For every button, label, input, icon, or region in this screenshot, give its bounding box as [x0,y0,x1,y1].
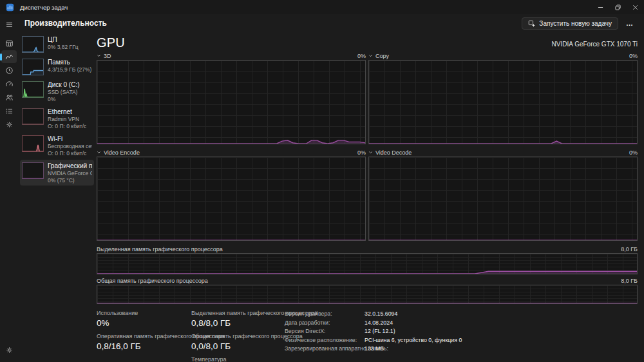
ethernet-title: Ethernet [48,108,86,116]
startup-apps-icon [5,80,14,88]
usage-stat-label-2: Оперативная память графического процессо… [97,333,191,340]
detail-label-1: Версия драйвера: [285,310,365,317]
nav-items [1,37,17,131]
gpu-mini-chart-plot [23,163,43,178]
stats-column-usage: Использование0%Оперативная память графич… [97,310,191,362]
engine-label-row-copy: Copy0% [368,52,638,60]
restore-icon [615,5,621,10]
sidebar-item-disk[interactable]: Диск 0 (C:)SSD (SATA)0% [20,79,94,104]
page-title: Производительность [24,19,107,28]
engine-label-row-3d: 3D0% [97,52,366,60]
detail-label-2: Дата разработки: [285,319,365,326]
usage-stat-2: Оперативная память графического процессо… [97,333,191,352]
wifi-mini-chart [22,135,44,152]
app-history-icon [5,66,14,75]
sidebar-item-memory[interactable]: Память4,3/15,9 ГБ (27%) [20,56,94,77]
details-icon [5,107,14,115]
run-new-task-label: Запустить новую задачу [539,20,612,27]
engine-selector-video-encode[interactable] [97,150,101,155]
content: Производительность Запустить новую задач… [18,14,644,362]
new-task-icon [528,20,535,27]
chevron-down-icon [97,53,101,58]
engine-plot-3d [97,60,366,144]
memory-stat-label-3: Температура [191,356,285,362]
nav-performance-button[interactable] [1,50,17,63]
detail-label-5: Зарезервированная аппаратно память: [285,345,365,352]
chevron-down-icon [368,53,373,58]
settings-button[interactable] [1,343,17,356]
memory-name-dedicated: Выделенная память графического процессор… [97,246,223,252]
wifi-subtitle-2: О: 0 П: 0 кбит/с [48,150,92,157]
nav-startup-apps-button[interactable] [1,77,17,90]
nav-details-button[interactable] [1,104,17,117]
sidebar-item-gpu[interactable]: Графический проNVIDIA GeForce GTX 100% (… [20,160,94,186]
gpu-device-name: NVIDIA GeForce GTX 1070 Ti [552,41,638,50]
detail-value-4: PCI-шина 6, устройство 0, функция 0 [365,337,462,343]
window-title: Диспетчер задач [20,4,68,11]
ethernet-mini-chart [22,108,44,125]
run-new-task-button[interactable]: Запустить новую задачу [522,17,618,30]
users-icon [5,93,14,102]
gpu-memory-charts: Выделенная память графического процессор… [97,241,638,304]
gpu-panel: GPU NVIDIA GeForce GTX 1070 Ti 3D0%Copy0… [94,32,644,362]
minimize-icon [598,5,603,10]
nav-users-button[interactable] [1,91,17,104]
disk-subtitle-1: SSD (SATA) [48,89,80,96]
minimize-button[interactable] [592,0,609,14]
nav-processes-button[interactable] [1,37,17,50]
engine-selector-3d[interactable] [97,53,101,58]
close-button[interactable] [627,0,644,14]
memory-stat-label-2: Общая память графического процессора [191,333,285,340]
memory-plot-shared [97,285,638,304]
engine-value-video-encode: 0% [357,149,366,156]
memory-max-dedicated: 8,0 ГБ [621,246,638,252]
detail-value-2: 14.08.2024 [365,319,393,326]
sidebar-item-ethernet[interactable]: EthernetRadmin VPNО: 0 П: 0 кбит/с [20,106,94,131]
ethernet-subtitle-1: Radmin VPN [48,116,86,123]
gpu-engine-charts: 3D0%Copy0%Video Encode0%Video Decode0% [97,52,638,241]
wifi-mini-chart-plot [23,136,43,151]
nav-rail [0,14,18,362]
nav-app-history-button[interactable] [1,64,17,77]
more-options-button[interactable]: … [623,18,637,28]
disk-mini-chart [22,81,44,98]
nav-services-button[interactable] [1,118,17,131]
engine-name-copy: Copy [375,53,389,59]
gpu-labels: Графический проNVIDIA GeForce GTX 100% (… [48,162,92,184]
detail-value-1: 32.0.15.6094 [365,310,397,317]
disk-mini-chart-plot [23,82,43,97]
gpu-title: GPU [97,35,125,50]
detail-value-3: 12 (FL 12.1) [365,328,395,334]
usage-stat-label-1: Использование [97,310,191,317]
engine-selector-copy[interactable] [368,53,373,58]
menu-button[interactable] [1,18,17,31]
memory-stat-2: Общая память графического процессора0,0/… [191,333,285,352]
detail-row-5: Зарезервированная аппаратно память:133 М… [285,345,638,352]
memory-mini-chart [22,59,44,75]
cpu-title: ЦП [48,35,79,44]
memory-labels: Память4,3/15,9 ГБ (27%) [48,58,91,73]
engine-chart-video-decode: Video Decode0% [368,148,638,241]
memory-label-row-dedicated: Выделенная память графического процессор… [97,245,638,253]
engine-chart-video-encode: Video Encode0% [97,148,366,241]
page-header: Производительность Запустить новую задач… [18,14,644,32]
engine-label-row-video-encode: Video Encode0% [97,148,366,157]
sidebar-item-wifi[interactable]: Wi-FiБеспроводная сетьО: 0 П: 0 кбит/с [20,133,94,158]
maximize-restore-button[interactable] [609,0,627,14]
chevron-down-icon [97,150,101,155]
memory-max-shared: 8,0 ГБ [621,278,638,284]
ethernet-labels: EthernetRadmin VPNО: 0 П: 0 кбит/с [48,108,86,129]
memory-label-row-shared: Общая память графического процессора8,0 … [97,276,638,285]
performance-icon [5,53,14,61]
cpu-mini-chart-plot [23,37,43,52]
engine-selector-video-decode[interactable] [368,150,373,155]
task-manager-window: Диспетчер задач Производительн [0,0,644,362]
engine-name-video-encode: Video Encode [104,149,140,156]
sidebar-item-cpu[interactable]: ЦП0% 3,82 ГГц [20,33,94,55]
memory-plot-dedicated [97,253,638,274]
engine-name-3d: 3D [104,53,111,59]
ethernet-subtitle-2: О: 0 П: 0 кбит/с [48,123,86,130]
usage-stat-value-1: 0% [97,318,191,329]
memory-name-shared: Общая память графического процессора [97,278,208,284]
wifi-title: Wi-Fi [48,135,92,143]
